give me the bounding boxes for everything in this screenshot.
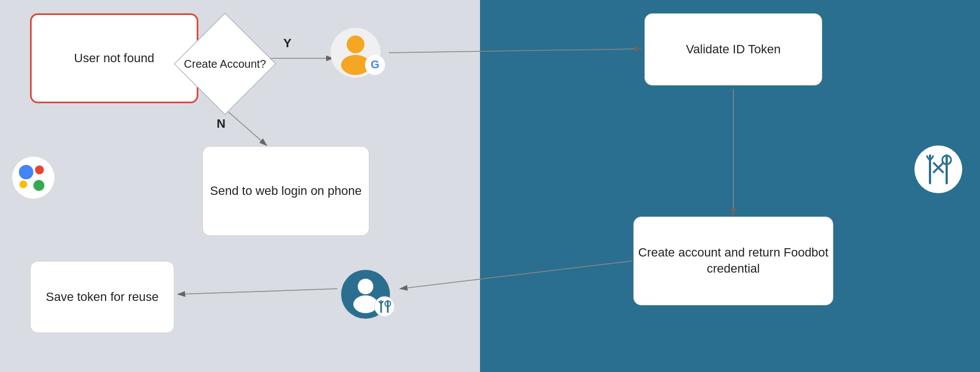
svg-line-8	[226, 110, 267, 145]
svg-point-10	[19, 165, 33, 179]
send-to-web-box: Send to web login on phone	[202, 146, 369, 236]
svg-line-7	[178, 289, 337, 294]
svg-text:G: G	[371, 58, 379, 71]
svg-point-12	[19, 180, 27, 188]
validate-id-box: Validate ID Token	[644, 13, 822, 86]
svg-point-13	[33, 180, 44, 191]
svg-point-15	[347, 36, 364, 53]
google-assistant-icon	[11, 155, 56, 200]
save-token-box: Save token for reuse	[30, 261, 174, 333]
svg-point-26	[353, 295, 378, 313]
svg-point-9	[12, 157, 54, 199]
create-account-label: Create Account?	[184, 58, 266, 71]
foodbot-right-icon: ✕	[913, 144, 963, 194]
user-google-icon: G	[328, 25, 383, 81]
no-label: N	[217, 117, 226, 131]
user-foodbot-icon	[339, 267, 389, 316]
svg-point-27	[374, 296, 394, 316]
svg-point-11	[35, 165, 44, 174]
svg-point-25	[358, 279, 373, 294]
create-account-box: Create account and return Foodbot creden…	[633, 217, 833, 305]
svg-line-4	[389, 49, 642, 53]
yes-label: Y	[283, 36, 292, 51]
diagram-container: User not found Create Account? Y N Send …	[0, 0, 980, 372]
create-account-diamond-container: Create Account?	[178, 17, 272, 111]
user-not-found-box: User not found	[30, 13, 198, 103]
svg-text:✕: ✕	[930, 157, 947, 179]
svg-line-6	[400, 261, 632, 289]
